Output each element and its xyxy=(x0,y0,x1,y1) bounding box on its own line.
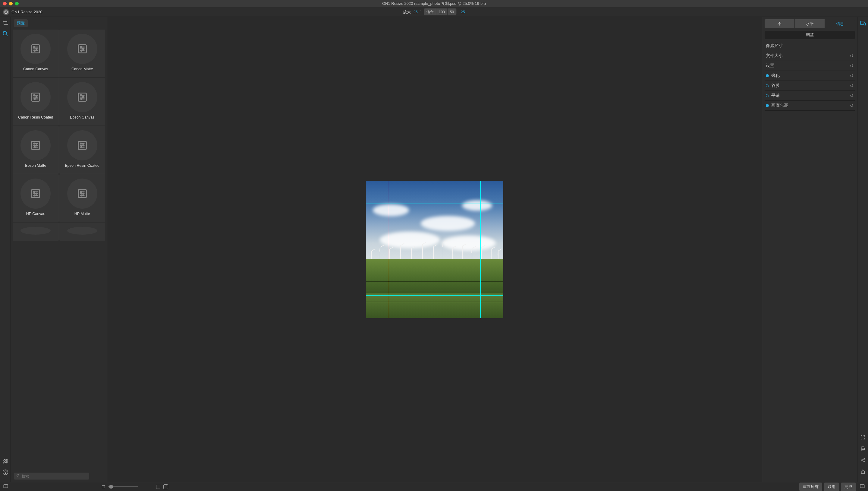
reset-icon[interactable]: ↺ xyxy=(850,83,854,88)
reset-icon[interactable]: ↺ xyxy=(850,53,854,58)
cancel-button[interactable]: 取消 xyxy=(824,483,839,491)
svg-point-47 xyxy=(864,461,865,462)
status-dot-off-icon[interactable] xyxy=(766,94,769,97)
app-header: ON1 Resize 2020 放大 25 ˅ 适合 100 50 25 xyxy=(0,7,868,17)
svg-point-36 xyxy=(80,191,82,193)
presets-header: 预置 xyxy=(11,17,107,28)
preset-tile[interactable]: Canon Resin Coated xyxy=(13,78,59,125)
svg-point-18 xyxy=(34,98,35,99)
status-dot-on-icon[interactable] xyxy=(766,104,769,107)
zoom-value[interactable]: 25 xyxy=(413,10,417,14)
share-arrows-icon[interactable] xyxy=(859,457,867,464)
zoom-dropdown-icon[interactable]: ˅ xyxy=(420,10,422,13)
zoom-label: 放大 xyxy=(403,9,411,15)
reset-icon[interactable]: ↺ xyxy=(850,93,854,98)
presets-tab[interactable]: 预置 xyxy=(14,19,28,27)
zoom-current[interactable]: 25 xyxy=(461,10,465,14)
svg-rect-48 xyxy=(4,485,8,488)
presets-scroll[interactable]: Canon Canvas Canon Matte Canon Resin Coa… xyxy=(11,28,107,470)
svg-point-16 xyxy=(34,95,35,96)
svg-point-45 xyxy=(861,460,862,461)
reset-all-button[interactable]: 重置所有 xyxy=(799,483,822,491)
export-icon[interactable] xyxy=(859,468,867,475)
zoom-100-button[interactable]: 100 xyxy=(436,8,447,16)
left-toolstrip xyxy=(0,17,11,482)
svg-point-4 xyxy=(6,461,7,462)
section-pixel-size[interactable]: 像素尺寸 xyxy=(765,41,855,51)
preset-tile[interactable]: HP Canvas xyxy=(13,174,59,222)
preset-tile[interactable]: Canon Canvas xyxy=(13,30,59,77)
section-file-size[interactable]: 文件大小 ↺ xyxy=(765,51,855,61)
window-title: ON1 Resize 2020 (sample_photo 复制.psd @ 2… xyxy=(0,1,868,6)
bottom-right: 重置所有 取消 完成 xyxy=(799,483,865,491)
search-box[interactable] xyxy=(14,472,89,480)
close-window-button[interactable] xyxy=(3,2,7,5)
section-list: 像素尺寸 文件大小 ↺ 设置 ↺ 锐化 ↺ 谷膜 xyxy=(765,41,855,111)
zoom-button-group: 适合 100 50 xyxy=(424,8,456,16)
thumbnail-size-slider[interactable] xyxy=(108,486,138,487)
preset-tile[interactable]: Epson Resin Coated xyxy=(59,126,105,174)
zoom-tool-icon[interactable] xyxy=(2,30,9,37)
section-tile[interactable]: 平铺 ↺ xyxy=(765,91,855,101)
settings-list-icon xyxy=(30,44,41,54)
bottom-bar: ✓ 重置所有 取消 完成 xyxy=(0,482,868,491)
status-dot-off-icon[interactable] xyxy=(766,84,769,87)
print-icon[interactable] xyxy=(859,445,867,453)
preset-thumb xyxy=(21,82,51,112)
preset-tile[interactable] xyxy=(13,223,59,241)
reset-icon[interactable]: ↺ xyxy=(850,103,854,108)
slider-thumb[interactable] xyxy=(109,485,113,489)
svg-point-17 xyxy=(36,96,37,98)
preset-tile[interactable]: Epson Matte xyxy=(13,126,59,174)
adjust-header[interactable]: 调整 xyxy=(765,31,855,39)
svg-point-46 xyxy=(864,458,865,459)
app-icon xyxy=(3,9,9,15)
tab-none[interactable]: 不 xyxy=(765,19,795,28)
preset-tile[interactable] xyxy=(59,223,105,241)
svg-point-3 xyxy=(6,459,7,460)
settings-list-icon xyxy=(77,44,88,54)
tab-level[interactable]: 水平 xyxy=(795,19,825,28)
zoom-fit-button[interactable]: 适合 xyxy=(424,8,436,16)
maximize-window-button[interactable] xyxy=(15,2,19,5)
preset-label: Epson Resin Coated xyxy=(65,164,99,168)
thumbnail-size-icon[interactable] xyxy=(102,485,105,488)
search-row xyxy=(11,470,107,482)
reset-icon[interactable]: ↺ xyxy=(850,73,854,78)
section-film-grain[interactable]: 谷膜 ↺ xyxy=(765,81,855,91)
svg-point-6 xyxy=(5,473,5,474)
zoom-50-button[interactable]: 50 xyxy=(447,8,456,16)
right-panel: 不 水平 信息 调整 像素尺寸 文件大小 ↺ 设置 ↺ 锐化 ↺ xyxy=(762,17,857,482)
crop-tool-icon[interactable] xyxy=(2,19,9,27)
preset-label: Canon Matte xyxy=(71,67,93,71)
panels-layout-icon[interactable] xyxy=(3,484,8,490)
fullscreen-icon[interactable] xyxy=(859,434,867,441)
preset-thumb xyxy=(67,130,97,161)
search-input[interactable] xyxy=(22,474,87,478)
preset-tile[interactable]: Canon Matte xyxy=(59,30,105,77)
preset-tile[interactable]: HP Matte xyxy=(59,174,105,222)
help-icon[interactable] xyxy=(2,469,9,476)
section-settings[interactable]: 设置 ↺ xyxy=(765,61,855,71)
section-sharpen[interactable]: 锐化 ↺ xyxy=(765,71,855,81)
status-dot-on-icon[interactable] xyxy=(766,74,769,77)
preset-tile[interactable]: Epson Canvas xyxy=(59,78,105,125)
svg-point-9 xyxy=(36,48,37,50)
soft-proof-toggle-icon[interactable]: ✓ xyxy=(163,484,168,489)
minimize-window-button[interactable] xyxy=(9,2,13,5)
preset-thumb xyxy=(21,227,51,235)
reset-icon[interactable]: ↺ xyxy=(850,63,854,68)
done-button[interactable]: 完成 xyxy=(841,483,856,491)
section-label: 平铺 xyxy=(771,93,780,98)
bottom-center: ✓ xyxy=(11,484,796,489)
share-user-icon[interactable] xyxy=(2,458,9,465)
tab-info[interactable]: 信息 xyxy=(825,19,855,28)
panels-layout-right-icon[interactable] xyxy=(860,484,865,490)
navigator-icon[interactable] xyxy=(859,19,867,27)
svg-rect-49 xyxy=(860,485,864,488)
svg-point-38 xyxy=(81,195,82,196)
compare-view-icon[interactable] xyxy=(156,485,160,489)
settings-list-icon xyxy=(77,188,88,199)
section-gallery-wrap[interactable]: 画廊包裹 ↺ xyxy=(765,101,855,111)
canvas-area[interactable] xyxy=(107,17,762,482)
